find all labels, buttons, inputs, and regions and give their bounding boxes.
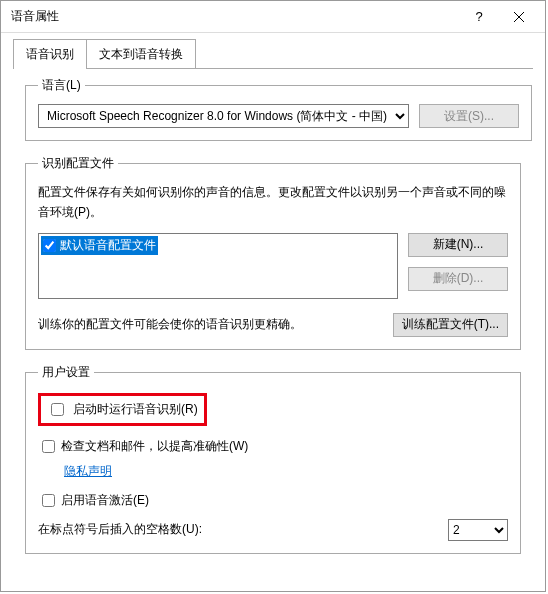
run-on-start-checkbox[interactable] xyxy=(51,403,64,416)
enable-activation-label: 启用语音激活(E) xyxy=(61,492,149,509)
run-on-start-label: 启动时运行语音识别(R) xyxy=(73,401,198,418)
close-icon xyxy=(514,12,524,22)
train-profile-button[interactable]: 训练配置文件(T)... xyxy=(393,313,508,337)
language-select[interactable]: Microsoft Speech Recognizer 8.0 for Wind… xyxy=(38,104,409,128)
tab-divider xyxy=(13,68,533,69)
review-docs-label: 检查文档和邮件，以提高准确性(W) xyxy=(61,438,248,455)
window-title: 语音属性 xyxy=(11,8,459,25)
profile-item-label: 默认语音配置文件 xyxy=(60,237,156,254)
group-profiles-legend: 识别配置文件 xyxy=(38,155,118,172)
review-docs-checkbox[interactable] xyxy=(42,440,55,453)
dialog-window: 语音属性 ? 语音识别 文本到语音转换 语言(L) Microsoft Spee… xyxy=(0,0,546,592)
delete-profile-button[interactable]: 删除(D)... xyxy=(408,267,508,291)
profile-item-checkbox[interactable] xyxy=(43,239,56,252)
help-button[interactable]: ? xyxy=(459,3,499,31)
profiles-listbox[interactable]: 默认语音配置文件 xyxy=(38,233,398,299)
group-user-settings-legend: 用户设置 xyxy=(38,364,94,381)
close-button[interactable] xyxy=(499,3,539,31)
tabstrip: 语音识别 文本到语音转换 xyxy=(1,33,545,69)
enable-activation-checkbox[interactable] xyxy=(42,494,55,507)
spaces-label: 在标点符号后插入的空格数(U): xyxy=(38,521,438,538)
spaces-select[interactable]: 2 xyxy=(448,519,508,541)
language-settings-button[interactable]: 设置(S)... xyxy=(419,104,519,128)
titlebar: 语音属性 ? xyxy=(1,1,545,33)
tab-speech-recognition[interactable]: 语音识别 xyxy=(13,39,87,69)
group-user-settings: 用户设置 启动时运行语音识别(R) 检查文档和邮件，以提高准确性(W) 隐私声明… xyxy=(25,364,521,554)
train-description: 训练你的配置文件可能会使你的语音识别更精确。 xyxy=(38,316,383,333)
group-profiles: 识别配置文件 配置文件保存有关如何识别你的声音的信息。更改配置文件以识别另一个声… xyxy=(25,155,521,350)
group-language: 语言(L) Microsoft Speech Recognizer 8.0 fo… xyxy=(25,77,532,141)
profile-item-default[interactable]: 默认语音配置文件 xyxy=(41,236,158,255)
highlight-run-on-start: 启动时运行语音识别(R) xyxy=(38,393,207,426)
group-language-legend: 语言(L) xyxy=(38,77,85,94)
tab-text-to-speech[interactable]: 文本到语音转换 xyxy=(87,39,196,69)
tab-content: 语言(L) Microsoft Speech Recognizer 8.0 fo… xyxy=(1,69,545,591)
new-profile-button[interactable]: 新建(N)... xyxy=(408,233,508,257)
privacy-link[interactable]: 隐私声明 xyxy=(64,463,112,480)
profiles-description: 配置文件保存有关如何识别你的声音的信息。更改配置文件以识别另一个声音或不同的噪音… xyxy=(38,182,508,223)
